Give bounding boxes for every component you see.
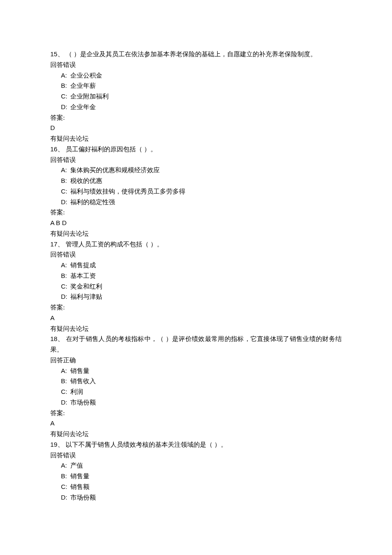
option-label: A: [61, 260, 70, 271]
option-text: 产值 [70, 460, 342, 471]
question-feedback: 回答错误 [50, 155, 342, 165]
question-option: D: 市场份额 [61, 492, 342, 503]
option-label: C: [61, 387, 70, 397]
question-option: D: 福利的稳定性强 [61, 197, 342, 208]
question-option: C: 销售额 [61, 482, 342, 492]
option-label: A: [61, 70, 70, 81]
question-stem: 17、 管理人员工资的构成不包括（ ）。 [50, 239, 342, 250]
question-block: 18、 在对于销售人员的考核指标中，（ ）是评价绩效最常用的指标，它直接体现了销… [50, 334, 342, 439]
question-option: C: 福利与绩效挂钩，使得优秀员工多劳多得 [61, 186, 342, 197]
question-options: A: 产值B: 销售量C: 销售额D: 市场份额 [50, 460, 342, 503]
question-stem-text: 以下不属于销售人员绩效考核的基本关注领域的是（ ）。 [66, 441, 227, 448]
option-label: D: [61, 102, 70, 113]
question-block: 16、 员工偏好福利的原因包括（ ）。回答错误A: 集体购买的优惠和规模经济效应… [50, 144, 342, 239]
question-number: 18、 [50, 335, 66, 342]
question-stem: 19、 以下不属于销售人员绩效考核的基本关注领域的是（ ）。 [50, 439, 342, 450]
option-label: B: [61, 176, 70, 186]
option-label: D: [61, 397, 70, 408]
option-text: 销售收入 [70, 376, 342, 387]
question-options: A: 销售提成B: 基本工资C: 奖金和红利D: 福利与津贴 [50, 260, 342, 302]
option-label: A: [61, 165, 70, 176]
option-text: 企业年薪 [70, 81, 342, 91]
question-option: B: 税收的优惠 [61, 176, 342, 186]
option-label: A: [61, 366, 70, 376]
question-options: A: 集体购买的优惠和规模经济效应B: 税收的优惠C: 福利与绩效挂钩，使得优秀… [50, 165, 342, 207]
question-option: A: 销售量 [61, 366, 342, 376]
question-option: A: 企业公积金 [61, 70, 342, 81]
question-option: B: 企业年薪 [61, 81, 342, 91]
question-stem-text: 在对于销售人员的考核指标中，（ ）是评价绩效最常用的指标，它直接体现了销售业绩的… [50, 335, 342, 353]
question-feedback: 回答错误 [50, 60, 342, 70]
option-text: 奖金和红利 [70, 281, 342, 292]
question-option: C: 利润 [61, 387, 342, 397]
option-text: 企业附加福利 [70, 91, 342, 102]
option-text: 税收的优惠 [70, 176, 342, 186]
question-stem: 16、 员工偏好福利的原因包括（ ）。 [50, 144, 342, 155]
forum-link[interactable]: 有疑问去论坛 [50, 133, 342, 144]
question-block: 19、 以下不属于销售人员绩效考核的基本关注领域的是（ ）。回答错误A: 产值B… [50, 439, 342, 503]
answer-label: 答案: [50, 113, 342, 123]
option-text: 市场份额 [70, 492, 342, 503]
question-options: A: 企业公积金B: 企业年薪C: 企业附加福利D: 企业年金 [50, 70, 342, 113]
option-text: 基本工资 [70, 271, 342, 281]
option-text: 销售提成 [70, 260, 342, 271]
option-text: 企业公积金 [70, 70, 342, 81]
question-number: 19、 [50, 441, 66, 448]
question-option: D: 市场份额 [61, 397, 342, 408]
question-number: 15、 [50, 50, 66, 58]
question-block: 17、 管理人员工资的构成不包括（ ）。回答错误A: 销售提成B: 基本工资C:… [50, 239, 342, 334]
option-label: D: [61, 292, 70, 302]
question-option: A: 销售提成 [61, 260, 342, 271]
forum-link[interactable]: 有疑问去论坛 [50, 324, 342, 334]
option-text: 福利的稳定性强 [70, 197, 342, 208]
option-label: B: [61, 271, 70, 281]
forum-link[interactable]: 有疑问去论坛 [50, 429, 342, 439]
question-stem: 18、 在对于销售人员的考核指标中，（ ）是评价绩效最常用的指标，它直接体现了销… [50, 334, 342, 355]
answer-value: A [50, 418, 342, 429]
option-label: B: [61, 471, 70, 482]
question-option: A: 产值 [61, 460, 342, 471]
option-text: 利润 [70, 387, 342, 397]
answer-label: 答案: [50, 302, 342, 313]
option-text: 销售量 [70, 366, 342, 376]
forum-link[interactable]: 有疑问去论坛 [50, 228, 342, 239]
option-text: 福利与绩效挂钩，使得优秀员工多劳多得 [70, 186, 342, 197]
question-option: B: 基本工资 [61, 271, 342, 281]
option-text: 集体购买的优惠和规模经济效应 [70, 165, 342, 176]
question-block: 15、 （ ）是企业及其员工在依法参加基本养老保险的基础上，自愿建立的补充养老保… [50, 49, 342, 144]
option-text: 销售量 [70, 471, 342, 482]
option-text: 福利与津贴 [70, 292, 342, 302]
question-stem: 15、 （ ）是企业及其员工在依法参加基本养老保险的基础上，自愿建立的补充养老保… [50, 49, 342, 60]
question-option: A: 集体购买的优惠和规模经济效应 [61, 165, 342, 176]
question-option: C: 企业附加福利 [61, 91, 342, 102]
question-stem-text: 管理人员工资的构成不包括（ ）。 [66, 241, 163, 248]
question-feedback: 回答错误 [50, 450, 342, 461]
option-label: C: [61, 91, 70, 102]
option-label: C: [61, 281, 70, 292]
question-option: D: 福利与津贴 [61, 292, 342, 302]
option-text: 市场份额 [70, 397, 342, 408]
option-label: C: [61, 482, 70, 492]
option-text: 销售额 [70, 482, 342, 492]
question-feedback: 回答错误 [50, 249, 342, 260]
question-option: D: 企业年金 [61, 102, 342, 113]
question-stem-text: （ ）是企业及其员工在依法参加基本养老保险的基础上，自愿建立的补充养老保险制度。 [66, 51, 317, 58]
question-number: 16、 [50, 145, 66, 153]
answer-label: 答案: [50, 207, 342, 218]
answer-value: A B D [50, 218, 342, 228]
question-feedback: 回答正确 [50, 355, 342, 366]
question-option: B: 销售收入 [61, 376, 342, 387]
question-number: 17、 [50, 240, 66, 248]
option-label: B: [61, 81, 70, 91]
question-option: C: 奖金和红利 [61, 281, 342, 292]
answer-label: 答案: [50, 408, 342, 419]
question-option: B: 销售量 [61, 471, 342, 482]
option-label: A: [61, 460, 70, 471]
option-label: B: [61, 376, 70, 387]
question-options: A: 销售量B: 销售收入C: 利润D: 市场份额 [50, 366, 342, 408]
question-stem-text: 员工偏好福利的原因包括（ ）。 [66, 146, 157, 153]
option-label: C: [61, 186, 70, 197]
answer-value: A [50, 313, 342, 324]
page-container: 15、 （ ）是企业及其员工在依法参加基本养老保险的基础上，自愿建立的补充养老保… [0, 0, 392, 555]
option-label: D: [61, 197, 70, 208]
